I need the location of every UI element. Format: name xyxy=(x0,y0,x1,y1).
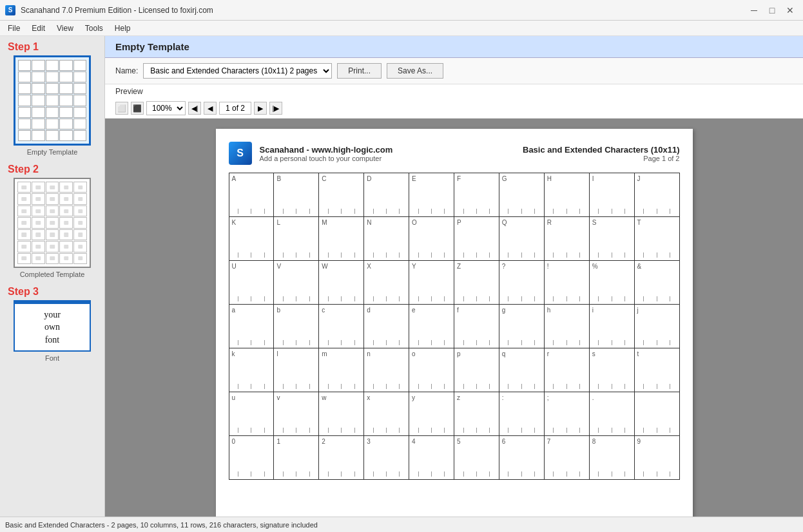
thumb-cell xyxy=(32,217,45,228)
char-cell: 1 xyxy=(274,436,319,480)
char-cell: C xyxy=(319,173,364,217)
thumb-cell xyxy=(73,229,87,240)
print-button[interactable]: Print... xyxy=(337,63,382,79)
thumb-cell xyxy=(46,217,59,228)
page-info: 1 of 2 xyxy=(219,102,251,115)
thumb-cell xyxy=(73,71,86,82)
menu-file[interactable]: File xyxy=(3,23,25,34)
nav-last-button[interactable]: |▶ xyxy=(269,102,282,115)
menu-tools[interactable]: Tools xyxy=(80,23,108,34)
char-cell: j xyxy=(634,305,679,348)
thumb-cell xyxy=(46,130,59,141)
thumb-cell xyxy=(59,95,72,106)
page-logo: S xyxy=(229,142,252,165)
step1-caption: Empty Template xyxy=(27,148,78,156)
menu-edit[interactable]: Edit xyxy=(26,23,50,34)
nav-first-button[interactable]: ◀| xyxy=(188,102,201,115)
save-as-button[interactable]: Save As... xyxy=(387,63,443,79)
thumb-cell xyxy=(59,217,73,228)
char-cell: B xyxy=(274,173,319,217)
minimize-button[interactable]: ─ xyxy=(746,4,762,17)
thumb-cell xyxy=(18,119,31,129)
char-cell: Z xyxy=(454,261,499,305)
thumb-cell xyxy=(46,95,59,106)
thumb-cell xyxy=(46,71,59,82)
char-cell: M xyxy=(319,217,364,261)
thumb-cell xyxy=(32,83,44,94)
char-cell: 0 xyxy=(229,436,274,480)
content-header: Empty Template xyxy=(105,36,803,58)
thumb-cell xyxy=(32,119,44,129)
char-cell: A xyxy=(229,173,274,217)
thumb-cell xyxy=(32,95,44,106)
thumb-cell xyxy=(32,71,44,82)
thumb-cell xyxy=(32,193,45,204)
char-cell: ! xyxy=(544,261,589,305)
thumb-cell xyxy=(32,241,45,252)
char-cell: I xyxy=(589,173,634,217)
thumb-cell xyxy=(73,205,87,216)
char-cell: w xyxy=(319,392,364,436)
char-cell: ; xyxy=(544,392,589,436)
thumb-cell xyxy=(73,130,86,141)
step2-caption: Completed Template xyxy=(20,271,85,278)
char-cell: u xyxy=(229,392,274,436)
sidebar-item-step2[interactable]: Step 2 xyxy=(3,164,102,278)
char-cell: e xyxy=(409,305,454,348)
nav-paste-icon[interactable]: ⬛ xyxy=(131,102,144,115)
zoom-select[interactable]: 100% 75% 50% 150% xyxy=(146,101,186,115)
step2-label: Step 2 xyxy=(8,164,39,175)
page-header-right-sub: Page 1 of 2 xyxy=(523,155,680,162)
menu-help[interactable]: Help xyxy=(110,23,136,34)
title-bar: S Scanahand 7.0 Premium Edition - Licens… xyxy=(0,0,803,21)
sidebar-item-step3[interactable]: Step 3 yourownfont Font xyxy=(3,286,102,362)
menu-view[interactable]: View xyxy=(52,23,79,34)
thumb-cell xyxy=(18,130,31,141)
thumb-cell xyxy=(59,229,73,240)
title-bar-controls: ─ □ ✕ xyxy=(746,4,798,17)
char-cell: 9 xyxy=(634,436,679,480)
char-cell: U xyxy=(229,261,274,305)
thumb-cell xyxy=(59,205,73,216)
char-cell: 4 xyxy=(409,436,454,480)
thumb-cell xyxy=(59,193,73,204)
thumb-cell xyxy=(17,229,31,240)
char-cell: L xyxy=(274,217,319,261)
thumb-cell xyxy=(59,119,72,129)
content-area: Empty Template Name: Basic and Extended … xyxy=(105,36,803,517)
char-cell: . xyxy=(589,392,634,436)
char-cell: O xyxy=(409,217,454,261)
thumb-cell xyxy=(73,217,87,228)
char-cell: V xyxy=(274,261,319,305)
close-button[interactable]: ✕ xyxy=(782,4,798,17)
thumb-cell xyxy=(73,60,86,71)
status-bar: Basic and Extended Characters - 2 pages,… xyxy=(0,517,803,532)
thumb-cell xyxy=(18,107,31,118)
char-cell: D xyxy=(364,173,409,217)
nav-copy-icon[interactable]: ⬜ xyxy=(115,102,128,115)
page-header-right-title: Basic and Extended Characters (10x11) xyxy=(523,145,680,155)
page-nav: ⬜ ⬛ 100% 75% 50% 150% ◀| ◀ 1 of 2 ▶ |▶ xyxy=(105,99,803,119)
char-cell: k xyxy=(229,348,274,392)
thumb-cell xyxy=(32,130,44,141)
name-select[interactable]: Basic and Extended Characters (10x11) 2 … xyxy=(143,63,332,79)
thumb-cell xyxy=(59,182,73,193)
thumb-cell xyxy=(32,205,45,216)
title-bar-left: S Scanahand 7.0 Premium Edition - Licens… xyxy=(5,5,213,15)
char-cell: P xyxy=(454,217,499,261)
preview-label: Preview xyxy=(105,84,803,99)
thumb-cell xyxy=(46,119,59,129)
char-cell: 8 xyxy=(589,436,634,480)
maximize-button[interactable]: □ xyxy=(764,4,780,17)
nav-next-button[interactable]: ▶ xyxy=(254,102,267,115)
thumb-cell xyxy=(46,193,59,204)
thumb-cell xyxy=(46,241,59,252)
char-cell: : xyxy=(499,392,544,436)
sidebar-item-step1[interactable]: Step 1 xyxy=(3,41,102,156)
char-cell: E xyxy=(409,173,454,217)
preview-area[interactable]: S Scanahand - www.high-logic.com Add a p… xyxy=(105,119,803,517)
nav-prev-button[interactable]: ◀ xyxy=(204,102,217,115)
char-cell: v xyxy=(274,392,319,436)
thumb-cell xyxy=(73,107,86,118)
thumb-cell xyxy=(18,71,31,82)
